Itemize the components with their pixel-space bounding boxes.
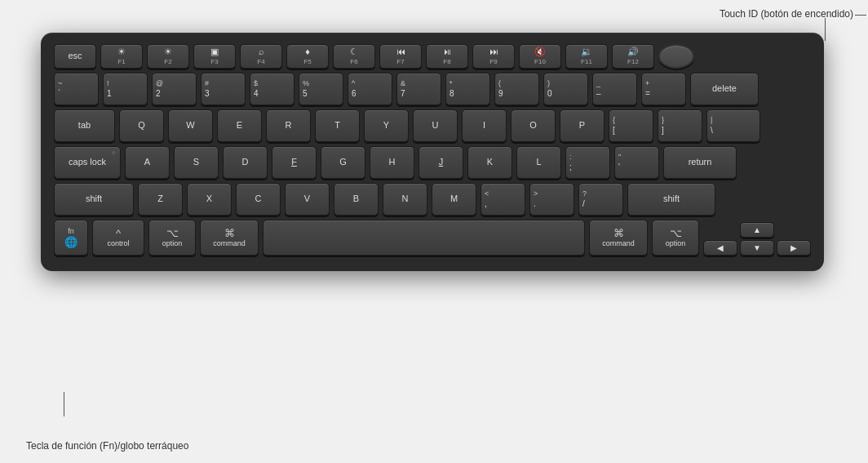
key-6[interactable]: ^6 <box>348 73 392 105</box>
key-f12[interactable]: 🔊F12 <box>612 44 654 69</box>
key-7[interactable]: &7 <box>396 73 441 105</box>
key-f9[interactable]: ⏭F9 <box>472 44 515 69</box>
key-command-right[interactable]: ⌘ command <box>589 220 648 256</box>
key-4[interactable]: $4 <box>250 73 294 105</box>
key-quote[interactable]: "' <box>614 146 659 179</box>
key-control[interactable]: ^ control <box>92 220 144 256</box>
key-f4[interactable]: ⌕F4 <box>240 44 282 69</box>
key-t[interactable]: T <box>315 109 360 142</box>
key-m[interactable]: M <box>432 183 476 216</box>
key-l[interactable]: L <box>516 146 561 179</box>
key-p[interactable]: P <box>560 109 604 142</box>
callout-fn: Tecla de función (Fn)/globo terráqueo <box>26 440 188 452</box>
key-h[interactable]: H <box>370 146 414 179</box>
key-touch-id[interactable] <box>658 44 694 69</box>
key-5[interactable]: %5 <box>299 73 343 105</box>
key-arrow-right[interactable]: ▶ <box>777 240 811 256</box>
key-command-left[interactable]: ⌘ command <box>200 220 259 256</box>
key-bracket-open[interactable]: {[ <box>609 109 653 142</box>
key-esc[interactable]: esc <box>54 44 96 69</box>
key-u[interactable]: U <box>413 109 458 142</box>
key-backslash[interactable]: |\ <box>706 109 760 142</box>
key-q[interactable]: Q <box>119 109 164 142</box>
key-8[interactable]: *8 <box>445 73 490 105</box>
key-equals[interactable]: += <box>641 73 686 105</box>
key-arrow-up[interactable]: ▲ <box>740 222 774 238</box>
key-f[interactable]: F <box>272 146 317 179</box>
key-2[interactable]: @2 <box>152 73 197 105</box>
key-f3[interactable]: ▣F3 <box>193 44 236 69</box>
key-y[interactable]: Y <box>364 109 409 142</box>
key-1[interactable]: !1 <box>103 73 148 105</box>
callout-touch-id: Touch ID (botón de encendido) <box>720 8 853 20</box>
key-comma[interactable]: <, <box>480 183 525 216</box>
fn-row: esc ☀F1 ☀F2 ▣F3 ⌕F4 ♦F5 ☾F6 ⏮F7 ⏯F8 ⏭F9 … <box>54 44 811 69</box>
key-tab[interactable]: tab <box>54 109 115 142</box>
key-i[interactable]: I <box>462 109 507 142</box>
key-fn[interactable]: fn 🌐 <box>54 220 88 256</box>
key-option-left[interactable]: ⌥ option <box>148 220 196 256</box>
key-o[interactable]: O <box>511 109 556 142</box>
key-f7[interactable]: ⏮F7 <box>379 44 422 69</box>
key-shift-left[interactable]: shift <box>54 183 134 216</box>
key-e[interactable]: E <box>217 109 262 142</box>
key-z[interactable]: Z <box>138 183 183 216</box>
key-9[interactable]: (9 <box>494 73 539 105</box>
key-j[interactable]: J <box>418 146 463 179</box>
key-3[interactable]: #3 <box>201 73 246 105</box>
key-shift-right[interactable]: shift <box>627 183 715 216</box>
key-delete[interactable]: delete <box>690 73 759 105</box>
bottom-row: fn 🌐 ^ control ⌥ option ⌘ command ⌘ comm… <box>54 220 811 256</box>
zxcv-row: shift Z X C V B N M <, >. ?/ shift <box>54 183 811 216</box>
keyboard: esc ☀F1 ☀F2 ▣F3 ⌕F4 ♦F5 ☾F6 ⏮F7 ⏯F8 ⏭F9 … <box>41 33 824 271</box>
key-f2[interactable]: ☀F2 <box>147 44 189 69</box>
callout-fn-line <box>64 392 64 416</box>
key-space[interactable] <box>263 220 585 256</box>
number-row: ~` !1 @2 #3 $4 %5 ^6 &7 *8 (9 )0 <box>54 73 811 105</box>
key-d[interactable]: D <box>223 146 268 179</box>
key-bracket-close[interactable]: }] <box>658 109 702 142</box>
asdf-row: caps lock A S D F G H J K L :; "' return <box>54 146 811 179</box>
key-s[interactable]: S <box>174 146 219 179</box>
key-period[interactable]: >. <box>529 183 574 216</box>
key-g[interactable]: G <box>321 146 365 179</box>
key-r[interactable]: R <box>266 109 311 142</box>
key-capslock[interactable]: caps lock <box>54 146 121 179</box>
key-v[interactable]: V <box>285 183 330 216</box>
arrow-cluster: ▲ ◀ ▼ ▶ <box>703 222 811 256</box>
key-backtick[interactable]: ~` <box>54 73 99 105</box>
key-a[interactable]: A <box>125 146 170 179</box>
key-0[interactable]: )0 <box>543 73 588 105</box>
callout-touch-id-line <box>825 18 826 41</box>
key-x[interactable]: X <box>187 183 232 216</box>
key-k[interactable]: K <box>467 146 512 179</box>
key-f8[interactable]: ⏯F8 <box>426 44 468 69</box>
key-f11[interactable]: 🔉F11 <box>565 44 608 69</box>
key-slash[interactable]: ?/ <box>578 183 623 216</box>
key-return[interactable]: return <box>663 146 737 179</box>
caps-indicator <box>112 151 115 154</box>
key-f10[interactable]: 🔇F10 <box>519 44 561 69</box>
key-c[interactable]: C <box>236 183 281 216</box>
key-arrow-down[interactable]: ▼ <box>740 240 774 256</box>
key-f5[interactable]: ♦F5 <box>286 44 329 69</box>
key-option-right[interactable]: ⌥ option <box>652 220 699 256</box>
key-semicolon[interactable]: :; <box>565 146 610 179</box>
key-f6[interactable]: ☾F6 <box>333 44 375 69</box>
key-n[interactable]: N <box>383 183 427 216</box>
qwerty-row: tab Q W E R T Y U I O P {[ }] |\ <box>54 109 811 142</box>
key-f1[interactable]: ☀F1 <box>100 44 143 69</box>
key-arrow-left[interactable]: ◀ <box>703 240 737 256</box>
key-minus[interactable]: _– <box>592 73 637 105</box>
key-w[interactable]: W <box>168 109 213 142</box>
key-b[interactable]: B <box>334 183 379 216</box>
